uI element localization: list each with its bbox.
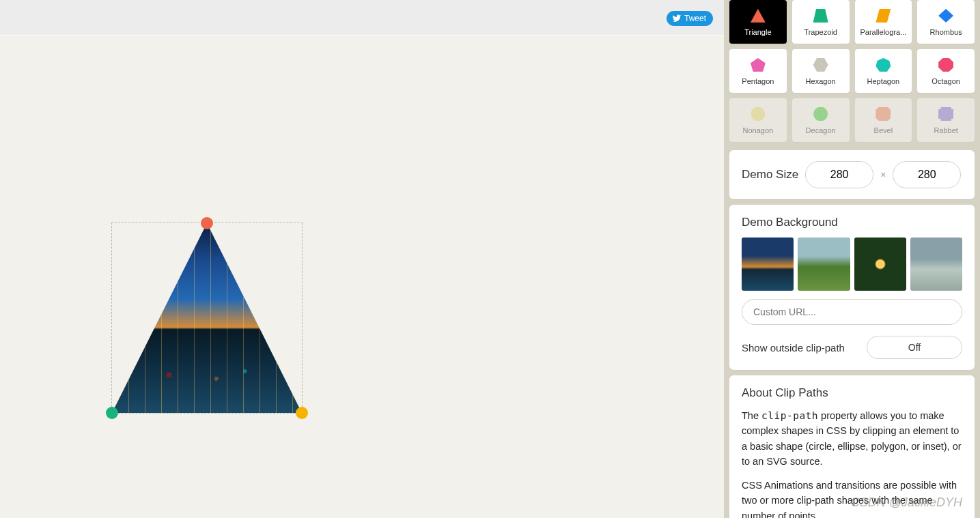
- shape-icon: [874, 106, 892, 122]
- shape-label: Parallelogra...: [860, 28, 906, 36]
- shape-card-heptagon[interactable]: Heptagon: [855, 49, 912, 93]
- clip-handle-bottom-left[interactable]: [106, 407, 118, 419]
- show-outside-value: Off: [908, 342, 921, 353]
- clip-path-code: clip-path: [761, 410, 818, 421]
- twitter-bird-icon: [672, 14, 682, 23]
- demo-size-label: Demo Size: [742, 168, 798, 182]
- shape-label: Heptagon: [867, 77, 900, 85]
- shape-icon: [937, 57, 955, 73]
- demo-stage: [0, 35, 724, 518]
- background-thumb-2[interactable]: [798, 238, 850, 291]
- custom-url-input[interactable]: [742, 299, 962, 325]
- shape-icon: [749, 8, 767, 24]
- shape-card-triangle[interactable]: Triangle: [729, 0, 787, 44]
- shape-card-decagon[interactable]: Decagon: [792, 98, 850, 142]
- shape-card-nonagon[interactable]: Nonagon: [729, 98, 787, 142]
- shape-icon: [937, 106, 955, 122]
- demo-bounding-box: [111, 222, 303, 414]
- shape-card-trapezoid[interactable]: Trapezoid: [792, 0, 850, 44]
- shape-icon: [812, 57, 830, 73]
- demo-clipped-image: [112, 223, 302, 413]
- shape-card-rabbet[interactable]: Rabbet: [917, 98, 975, 142]
- shape-icon: [937, 8, 955, 24]
- background-thumb-4[interactable]: [910, 238, 962, 291]
- shape-card-pentagon[interactable]: Pentagon: [729, 49, 787, 93]
- tweet-button[interactable]: Tweet: [667, 11, 713, 26]
- shape-label: Triangle: [744, 28, 771, 36]
- top-banner: Tweet: [0, 0, 724, 35]
- about-paragraph-2: CSS Animations and transitions are possi…: [742, 478, 962, 518]
- shape-card-octagon[interactable]: Octagon: [917, 49, 975, 93]
- tweet-label: Tweet: [684, 14, 706, 23]
- about-panel: About Clip Paths The clip-path property …: [729, 375, 975, 518]
- demo-size-panel: Demo Size ×: [729, 150, 975, 199]
- demo-width-input[interactable]: [805, 161, 873, 188]
- shape-card-parallelogra[interactable]: Parallelogra...: [855, 0, 912, 44]
- shape-card-bevel[interactable]: Bevel: [855, 98, 912, 142]
- sidebar[interactable]: TriangleTrapezoidParallelogra...RhombusP…: [724, 0, 980, 518]
- shape-label: Octagon: [932, 77, 960, 85]
- shape-icon: [812, 8, 830, 24]
- shape-label: Trapezoid: [804, 28, 837, 36]
- background-thumb-1[interactable]: [742, 238, 794, 291]
- shape-label: Rhombus: [930, 28, 962, 36]
- shape-label: Rabbet: [934, 126, 957, 134]
- clip-handle-top[interactable]: [201, 217, 213, 229]
- clip-handle-bottom-right[interactable]: [296, 407, 308, 419]
- demo-height-input[interactable]: [893, 161, 961, 188]
- show-outside-label: Show outside clip-path: [742, 342, 845, 354]
- show-outside-toggle[interactable]: Off: [867, 336, 962, 359]
- shape-label: Decagon: [806, 126, 836, 134]
- shape-picker-grid: TriangleTrapezoidParallelogra...RhombusP…: [724, 0, 980, 145]
- multiply-sign: ×: [880, 169, 886, 180]
- shape-label: Bevel: [874, 126, 893, 134]
- shape-label: Pentagon: [742, 77, 774, 85]
- shape-label: Nonagon: [743, 126, 774, 134]
- about-p1-pre: The: [742, 410, 761, 421]
- about-title: About Clip Paths: [742, 386, 962, 400]
- shape-icon: [874, 8, 892, 24]
- shape-icon: [749, 106, 767, 122]
- shape-icon: [874, 57, 892, 73]
- about-paragraph-1: The clip-path property allows you to mak…: [742, 408, 962, 470]
- shape-icon: [749, 57, 767, 73]
- shape-label: Hexagon: [806, 77, 836, 85]
- background-thumb-3[interactable]: [854, 238, 906, 291]
- demo-background-panel: Demo Background Show outside clip-path O…: [729, 205, 975, 370]
- shape-icon: [812, 106, 830, 122]
- shape-card-rhombus[interactable]: Rhombus: [917, 0, 975, 44]
- demo-background-label: Demo Background: [742, 216, 962, 229]
- shape-card-hexagon[interactable]: Hexagon: [792, 49, 850, 93]
